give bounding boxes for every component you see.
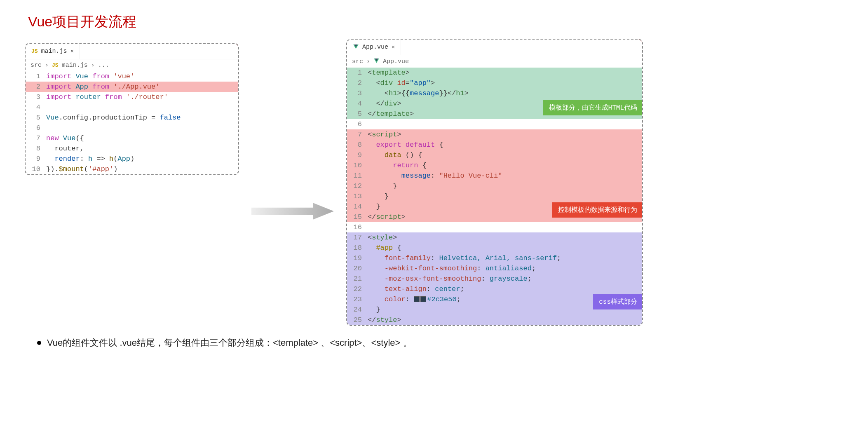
mainjs-code: 1import Vue from 'vue'2import App from '…: [26, 71, 238, 174]
close-icon[interactable]: ×: [70, 48, 74, 55]
vue-icon: [373, 58, 380, 65]
bullet-note: Vue的组件文件以 .vue结尾，每个组件由三个部分组成：<template> …: [25, 337, 843, 349]
close-icon[interactable]: ×: [392, 44, 395, 51]
tab-label: main.js: [41, 48, 67, 55]
mainjs-tab[interactable]: JS main.js ×: [26, 44, 80, 59]
appvue-breadcrumb: src› App.vue: [347, 55, 642, 68]
appvue-tab[interactable]: App.vue ×: [347, 40, 401, 55]
script-label: 控制模板的数据来源和行为: [552, 202, 643, 218]
page-title: Vue项目开发流程: [28, 12, 843, 31]
js-icon: JS: [31, 48, 38, 54]
js-icon: JS: [52, 62, 59, 68]
style-label: css样式部分: [593, 294, 643, 309]
tab-label: App.vue: [362, 44, 388, 51]
appvue-panel: 根组件 模板部分，由它生成HTML代码 控制模板的数据来源和行为 css样式部分…: [346, 39, 643, 326]
vue-icon: [353, 44, 359, 51]
template-label: 模板部分，由它生成HTML代码: [543, 100, 643, 115]
mainjs-breadcrumb: src› JS main.js› ...: [26, 59, 238, 71]
bullet-icon: [37, 341, 41, 345]
mainjs-panel: 入口文件 main.js JS main.js × src› JS main.j…: [25, 43, 239, 175]
arrow-icon: [251, 203, 334, 220]
